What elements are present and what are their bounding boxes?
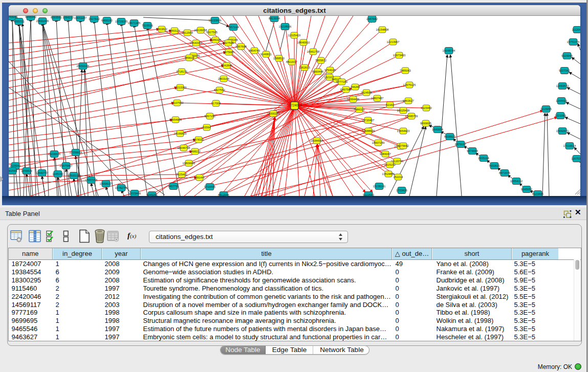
svg-text:17957255: 17957255 xyxy=(85,179,98,182)
svg-text:9245251: 9245251 xyxy=(146,193,158,196)
svg-text:3675685: 3675685 xyxy=(223,51,234,54)
svg-text:9912954: 9912954 xyxy=(182,31,193,34)
svg-text:10973493: 10973493 xyxy=(393,54,406,57)
svg-text:10025438: 10025438 xyxy=(397,109,410,112)
svg-text:7632621: 7632621 xyxy=(489,164,500,167)
svg-text:10807487: 10807487 xyxy=(371,97,384,100)
svg-text:7357224: 7357224 xyxy=(228,26,239,29)
svg-text:1640954: 1640954 xyxy=(432,128,443,131)
svg-text:16648784: 16648784 xyxy=(443,49,455,52)
svg-text:16782759: 16782759 xyxy=(115,186,128,189)
svg-text:9227342: 9227342 xyxy=(559,69,570,72)
svg-text:1691447: 1691447 xyxy=(194,176,205,179)
svg-text:15495759: 15495759 xyxy=(405,115,418,118)
svg-text:9122583: 9122583 xyxy=(363,193,374,196)
svg-text:19218506: 19218506 xyxy=(279,25,292,28)
svg-text:20206536: 20206536 xyxy=(48,152,61,156)
svg-text:10653287: 10653287 xyxy=(74,16,87,19)
svg-text:20691406: 20691406 xyxy=(36,19,49,23)
svg-text:7515526: 7515526 xyxy=(142,24,153,27)
svg-text:1167533: 1167533 xyxy=(571,157,580,160)
svg-text:3267150: 3267150 xyxy=(204,115,215,118)
svg-text:16543362: 16543362 xyxy=(190,41,203,45)
svg-text:23226058: 23226058 xyxy=(194,29,207,32)
svg-text:9794028: 9794028 xyxy=(324,69,336,72)
svg-text:2367608: 2367608 xyxy=(235,45,247,48)
svg-text:8813054: 8813054 xyxy=(269,17,280,20)
svg-text:9327505: 9327505 xyxy=(223,41,234,45)
svg-text:19166829: 19166829 xyxy=(174,132,187,135)
svg-text:9777169: 9777169 xyxy=(336,80,347,83)
svg-text:9115460: 9115460 xyxy=(421,106,431,110)
svg-text:19384554: 19384554 xyxy=(311,139,323,142)
svg-text:10958107: 10958107 xyxy=(100,182,113,185)
svg-text:4055721: 4055721 xyxy=(13,20,25,23)
svg-text:2718176: 2718176 xyxy=(176,70,187,73)
svg-text:8123405: 8123405 xyxy=(532,192,543,195)
svg-text:16809948: 16809948 xyxy=(183,162,195,165)
svg-text:17359924: 17359924 xyxy=(70,151,82,154)
svg-text:7955812: 7955812 xyxy=(315,59,326,62)
svg-text:1156829: 1156829 xyxy=(21,169,32,172)
svg-text:1021069: 1021069 xyxy=(555,114,566,117)
svg-text:9155342: 9155342 xyxy=(25,16,36,18)
svg-text:7625402: 7625402 xyxy=(176,173,187,176)
svg-text:10654112: 10654112 xyxy=(510,180,522,183)
svg-text:1094213: 1094213 xyxy=(62,16,74,19)
svg-text:18640910: 18640910 xyxy=(297,41,310,44)
svg-text:1527602: 1527602 xyxy=(89,17,100,20)
svg-text:10688609: 10688609 xyxy=(362,129,375,133)
svg-text:8822037: 8822037 xyxy=(286,60,297,63)
svg-text:8990448: 8990448 xyxy=(312,70,323,73)
svg-text:2935114: 2935114 xyxy=(478,157,489,160)
svg-text:1362615: 1362615 xyxy=(299,66,310,69)
svg-text:15720407: 15720407 xyxy=(362,119,375,122)
svg-text:8938923: 8938923 xyxy=(444,135,455,138)
svg-text:29053346: 29053346 xyxy=(77,64,90,68)
svg-text:12213967: 12213967 xyxy=(387,40,400,43)
svg-text:2803144: 2803144 xyxy=(218,77,229,80)
svg-text:9457791: 9457791 xyxy=(168,185,179,188)
svg-text:17016514: 17016514 xyxy=(563,144,576,147)
svg-text:11325419: 11325419 xyxy=(288,34,300,37)
svg-text:1112045: 1112045 xyxy=(572,28,580,31)
svg-text:9329966: 9329966 xyxy=(561,54,573,57)
svg-text:7986322: 7986322 xyxy=(354,108,365,111)
svg-text:5578331: 5578331 xyxy=(193,138,204,141)
svg-text:16961758: 16961758 xyxy=(307,50,320,53)
svg-text:12093572: 12093572 xyxy=(556,84,569,87)
svg-text:2087682: 2087682 xyxy=(366,17,378,20)
svg-text:391543: 391543 xyxy=(9,169,17,172)
svg-text:5498222: 5498222 xyxy=(189,150,201,153)
svg-text:8427552: 8427552 xyxy=(214,89,225,92)
svg-text:16671385: 16671385 xyxy=(128,21,141,25)
svg-text:9463627: 9463627 xyxy=(403,99,414,102)
svg-text:9474444: 9474444 xyxy=(467,149,478,152)
svg-text:16154808: 16154808 xyxy=(376,28,389,31)
svg-text:1244419: 1244419 xyxy=(556,99,567,102)
svg-text:15136141: 15136141 xyxy=(373,185,386,188)
svg-text:1145193: 1145193 xyxy=(52,172,63,176)
svg-text:1588520: 1588520 xyxy=(273,57,285,60)
svg-text:16033809: 16033809 xyxy=(209,19,222,22)
svg-text:62160: 62160 xyxy=(386,103,394,106)
svg-text:9242845: 9242845 xyxy=(221,64,232,67)
svg-text:8812046: 8812046 xyxy=(218,193,229,196)
svg-text:12023466: 12023466 xyxy=(128,192,141,195)
svg-text:12213369: 12213369 xyxy=(174,86,187,89)
svg-text:1615152: 1615152 xyxy=(384,163,396,166)
svg-text:9084067: 9084067 xyxy=(380,152,391,156)
svg-text:18724007: 18724007 xyxy=(287,103,302,107)
svg-text:3215955: 3215955 xyxy=(540,107,552,111)
svg-text:1733426: 1733426 xyxy=(396,189,407,192)
svg-text:989613: 989613 xyxy=(185,56,194,59)
svg-text:8454749: 8454749 xyxy=(249,49,260,52)
svg-text:18907249: 18907249 xyxy=(372,141,385,144)
svg-text:5716485: 5716485 xyxy=(204,185,215,188)
svg-text:1275692: 1275692 xyxy=(398,144,409,147)
svg-text:2135061: 2135061 xyxy=(10,164,21,167)
svg-text:16654908: 16654908 xyxy=(169,118,182,121)
svg-text:7663822: 7663822 xyxy=(156,28,167,31)
svg-text:13654923: 13654923 xyxy=(397,129,410,133)
svg-text:15692971: 15692971 xyxy=(556,129,569,133)
